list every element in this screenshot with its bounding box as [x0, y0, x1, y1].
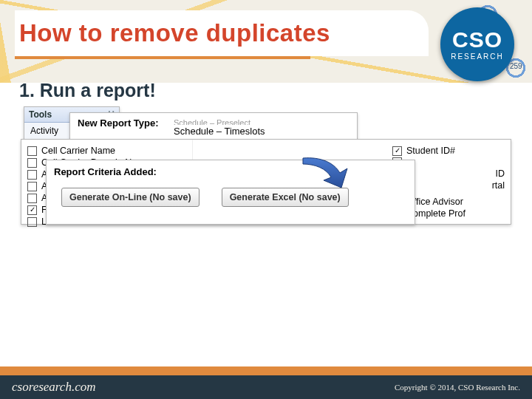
checkbox-icon: [27, 182, 37, 191]
title-container: How to remove duplicates: [15, 10, 429, 56]
report-criteria-label: Report Criteria Added:: [47, 160, 415, 180]
logo-text-main: CSO: [452, 29, 502, 51]
report-option-cut: Schedule – Preselect: [174, 117, 349, 125]
footer-accent: [0, 366, 532, 375]
generate-excel-button[interactable]: Generate Excel (No save): [222, 188, 349, 207]
field-label-suffix: ID: [496, 168, 505, 179]
field-label: Student ID#: [406, 146, 455, 156]
generate-online-button[interactable]: Generate On-Line (No save): [61, 188, 200, 207]
screenshot-collage: Tools H Activity Reports New Report Type…: [21, 106, 511, 254]
report-criteria-screenshot: Report Criteria Added: Generate On-Line …: [46, 160, 415, 225]
checkbox-icon: [27, 146, 37, 156]
accent-bar: [15, 56, 310, 59]
footer: csoresearch.com Copyright © 2014, CSO Re…: [0, 375, 532, 399]
field-label: Cell Carrier Name: [41, 146, 115, 156]
checkbox-icon: [392, 146, 402, 156]
slide: 63 259 How to remove duplicates CSO RESE…: [0, 0, 532, 399]
checkbox-icon: [27, 194, 37, 203]
footer-site: csoresearch.com: [12, 380, 95, 395]
checkbox-icon: [27, 158, 37, 168]
footer-copyright: Copyright © 2014, CSO Research Inc.: [395, 383, 520, 392]
checkbox-icon: [27, 205, 37, 215]
report-option: Schedule – Timeslots: [174, 125, 349, 137]
tools-label: Tools: [29, 109, 52, 120]
map-marker: 259: [510, 62, 522, 70]
step-heading: 1. Run a report!: [19, 80, 156, 101]
cso-logo: CSO RESEARCH: [440, 7, 514, 81]
checkbox-icon: [27, 217, 37, 227]
page-title: How to remove duplicates: [19, 19, 330, 47]
field-label-suffix: rtal: [492, 180, 505, 191]
logo-text-sub: RESEARCH: [451, 52, 504, 61]
checkbox-icon: [27, 170, 37, 180]
